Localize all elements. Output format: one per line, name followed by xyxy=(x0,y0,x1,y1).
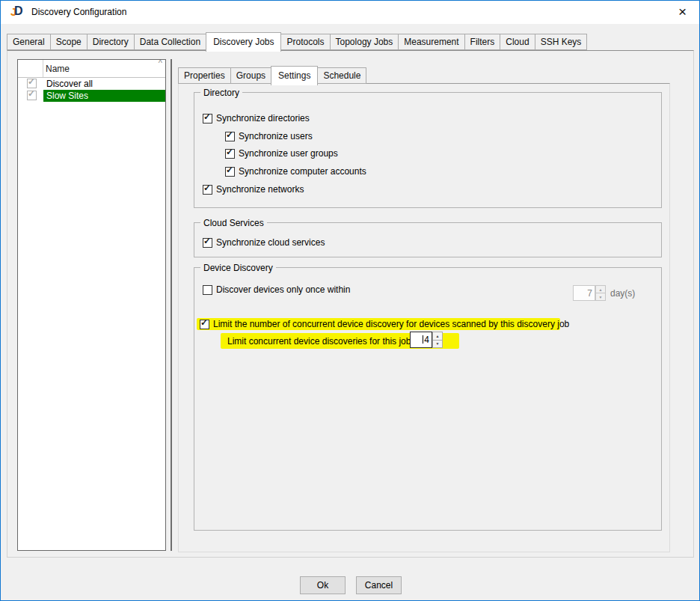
main-tab-strip: General Scope Directory Data Collection … xyxy=(7,31,586,50)
checkbox-limit-concurrent-discovery[interactable]: ✓ Limit the number of concurrent device … xyxy=(200,320,569,329)
checkbox-box: ✓ xyxy=(225,149,235,159)
checkbox-synchronize-cloud-services[interactable]: ✓ Synchronize cloud services xyxy=(203,238,325,248)
job-row-slow-sites[interactable]: ✓ Slow Sites xyxy=(18,90,165,102)
cloud-group-title: Cloud Services xyxy=(200,218,267,228)
job-list: Name ^ ✓ Discover all ✓ Slow Sites xyxy=(17,59,166,551)
checkbox-synchronize-networks[interactable]: ✓ Synchronize networks xyxy=(203,185,304,195)
ok-button-label: Ok xyxy=(317,580,328,591)
check-icon: ✓ xyxy=(226,130,233,140)
app-logo-icon: J D xyxy=(10,5,27,19)
tab-directory[interactable]: Directory xyxy=(87,34,135,50)
job-row-discover-all[interactable]: ✓ Discover all xyxy=(18,78,165,90)
checkbox-box: ✓ xyxy=(203,238,212,248)
close-button[interactable]: × xyxy=(666,1,699,23)
checkbox-box: ✓ xyxy=(225,132,235,141)
close-icon: × xyxy=(678,4,687,20)
checkbox-synchronize-directories[interactable]: ✓ Synchronize directories xyxy=(203,114,310,123)
spin-up-icon: ▲ xyxy=(436,334,440,338)
spin-down-icon: ▼ xyxy=(436,341,440,346)
device-discovery-groupbox: Device Discovery xyxy=(194,267,662,531)
check-icon: ✓ xyxy=(203,183,211,193)
tab-topology-jobs[interactable]: Topology Jobs xyxy=(330,34,399,50)
limit-spinner-field[interactable]: 4 xyxy=(410,332,432,348)
cancel-button[interactable]: Cancel xyxy=(356,576,402,594)
tab-settings[interactable]: Settings xyxy=(271,66,318,85)
tab-protocols[interactable]: Protocols xyxy=(280,34,330,50)
checkbox-box: ✓ xyxy=(203,185,212,195)
days-spinner-field[interactable]: 7 xyxy=(573,285,595,301)
check-icon: ✓ xyxy=(28,89,35,99)
spin-up-icon: ▲ xyxy=(599,287,603,292)
tab-groups[interactable]: Groups xyxy=(230,67,271,84)
tab-cloud[interactable]: Cloud xyxy=(500,34,535,50)
tab-schedule[interactable]: Schedule xyxy=(317,67,366,84)
limit-spinner: 4 ▲ ▼ xyxy=(410,332,443,348)
spinner-down-button[interactable]: ▼ xyxy=(432,340,443,349)
directory-group-title: Directory xyxy=(200,88,242,98)
checkbox-label: Synchronize cloud services xyxy=(216,238,325,248)
checkbox-box: ✓ xyxy=(203,114,212,123)
checkbox-synchronize-user-groups[interactable]: ✓ Synchronize user groups xyxy=(225,149,338,159)
tab-scope[interactable]: Scope xyxy=(50,34,88,50)
checkbox-label: Synchronize networks xyxy=(216,185,304,195)
checkbox-label: Synchronize directories xyxy=(216,114,310,123)
tab-general[interactable]: General xyxy=(7,34,51,50)
tab-properties[interactable]: Properties xyxy=(178,67,231,84)
logo-letter-d: D xyxy=(14,5,23,17)
column-header-name: Name xyxy=(46,64,70,74)
checkbox-synchronize-computer-accounts[interactable]: ✓ Synchronize computer accounts xyxy=(225,167,366,177)
checkbox-label: Limit the number of concurrent device di… xyxy=(213,320,569,329)
days-unit-label: day(s) xyxy=(610,288,635,299)
tab-filters[interactable]: Filters xyxy=(464,34,501,50)
checkbox-discover-once-within[interactable]: Discover devices only once within xyxy=(203,285,350,295)
window-title: Discovery Configuration xyxy=(31,7,126,17)
days-spinner: 7 ▲ ▼ xyxy=(573,285,606,301)
tab-data-collection[interactable]: Data Collection xyxy=(134,34,206,50)
title-bar: J D Discovery Configuration × xyxy=(1,1,699,24)
spinner-down-button[interactable]: ▼ xyxy=(595,293,606,301)
checkbox-box xyxy=(203,285,212,295)
check-icon: ✓ xyxy=(203,112,211,122)
limit-row-label: Limit concurrent device discoveries for … xyxy=(227,336,421,347)
tab-measurement[interactable]: Measurement xyxy=(398,34,464,50)
cancel-button-label: Cancel xyxy=(365,580,393,591)
checkbox-label: Synchronize computer accounts xyxy=(239,167,366,177)
checkbox-label: Synchronize user groups xyxy=(239,149,338,159)
panel-splitter[interactable] xyxy=(171,59,172,551)
check-icon: ✓ xyxy=(226,147,233,157)
job-checkbox[interactable]: ✓ xyxy=(27,91,37,100)
check-icon: ✓ xyxy=(200,318,208,328)
checkbox-box: ✓ xyxy=(200,320,209,329)
checkbox-label: Discover devices only once within xyxy=(216,285,350,295)
limit-value: 4 xyxy=(424,335,429,345)
checkbox-synchronize-users[interactable]: ✓ Synchronize users xyxy=(225,132,313,141)
spin-down-icon: ▼ xyxy=(599,295,603,299)
tab-discovery-jobs[interactable]: Discovery Jobs xyxy=(206,32,281,52)
checkbox-label: Synchronize users xyxy=(239,132,313,141)
check-icon: ✓ xyxy=(226,165,233,175)
sort-ascending-icon: ^ xyxy=(159,58,162,67)
job-name: Discover all xyxy=(46,79,93,89)
tab-ssh-keys[interactable]: SSH Keys xyxy=(535,34,588,50)
job-list-header[interactable]: Name ^ xyxy=(18,60,165,78)
device-group-title: Device Discovery xyxy=(200,263,276,273)
column-divider xyxy=(43,60,43,77)
job-name: Slow Sites xyxy=(46,91,88,101)
check-icon: ✓ xyxy=(28,77,35,87)
checkbox-box: ✓ xyxy=(225,167,235,177)
ok-button[interactable]: Ok xyxy=(300,576,346,594)
discovery-configuration-dialog: J D Discovery Configuration × General Sc… xyxy=(0,0,700,601)
job-detail-tab-strip: Properties Groups Settings Schedule xyxy=(178,64,366,84)
job-checkbox[interactable]: ✓ xyxy=(27,79,37,88)
check-icon: ✓ xyxy=(203,237,211,246)
